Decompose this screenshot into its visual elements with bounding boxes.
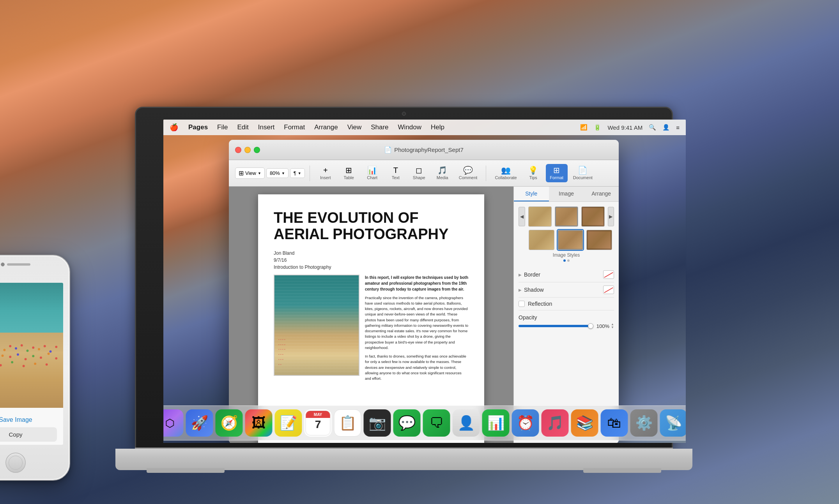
opacity-down-icon[interactable]: ▼: [611, 326, 614, 329]
macbook-foot-left: [147, 468, 225, 473]
dock-siri-icon[interactable]: ⬡: [163, 409, 184, 437]
toolbar-text-button[interactable]: T Text: [385, 164, 407, 182]
toolbar-collaborate-button[interactable]: 👥 Collaborate: [491, 164, 520, 182]
search-icon[interactable]: 🔍: [649, 124, 656, 131]
window-close-button[interactable]: [235, 147, 241, 153]
toolbar-insert-button[interactable]: + Insert: [315, 164, 336, 182]
menu-share[interactable]: Share: [367, 123, 392, 132]
window-minimize-button[interactable]: [244, 147, 251, 153]
insert-icon: +: [323, 166, 328, 174]
user-icon[interactable]: 👤: [662, 124, 670, 131]
toolbar-paragraph-dropdown[interactable]: ¶ ▼: [290, 168, 305, 178]
shadow-color-swatch[interactable]: [603, 285, 614, 294]
dock-wechat-icon[interactable]: 🗨: [423, 409, 450, 437]
format-panel-tabs: Style Image Arrange: [514, 187, 619, 202]
format-tab-image[interactable]: Image: [549, 187, 584, 201]
menu-help[interactable]: Help: [427, 123, 448, 132]
toolbar-table-button[interactable]: ⊞ Table: [338, 164, 360, 182]
shadow-row[interactable]: ▶ Shadow: [519, 282, 614, 298]
image-style-5[interactable]: [558, 230, 583, 250]
menu-edit[interactable]: Edit: [234, 123, 253, 132]
reflection-checkbox[interactable]: [519, 301, 525, 307]
document-canvas[interactable]: THE EVOLUTION OF AERIAL PHOTOGRAPHY Jon …: [229, 187, 513, 443]
table-icon: ⊞: [345, 166, 352, 174]
image-style-3[interactable]: [581, 206, 605, 227]
macbook-base: [115, 449, 692, 470]
dock-timemachine-icon[interactable]: ⏰: [512, 409, 539, 437]
dock-airdrop-icon[interactable]: 📡: [660, 409, 686, 437]
toolbar-zoom-dropdown[interactable]: 80% ▼: [266, 168, 289, 178]
image-style-2[interactable]: [555, 206, 578, 227]
toolbar-format-button[interactable]: ⊞ Format: [546, 164, 568, 182]
svg-point-10: [32, 347, 34, 349]
dock-numbers-icon[interactable]: 📊: [482, 409, 510, 437]
toolbar-comment-button[interactable]: 💬 Comment: [455, 164, 481, 182]
dock-messages-icon[interactable]: 💬: [393, 409, 421, 437]
dock-system-prefs-icon[interactable]: ⚙️: [630, 409, 658, 437]
border-color-swatch[interactable]: [603, 270, 614, 279]
toolbar-media-button[interactable]: 🎵 Media: [432, 164, 453, 182]
dock-itunes-icon[interactable]: 🎵: [542, 409, 569, 437]
image-styles-prev-button[interactable]: ◀: [519, 207, 525, 226]
menu-file[interactable]: File: [213, 123, 232, 132]
iphone-home-button[interactable]: [5, 453, 26, 473]
doc-para-2: Practically since the invention of the c…: [365, 295, 469, 351]
image-style-4[interactable]: [529, 230, 554, 250]
iphone-aerial-image: [0, 283, 63, 408]
image-styles-next-button[interactable]: ▶: [608, 207, 614, 226]
apple-menu[interactable]: 🍎: [170, 123, 178, 132]
dock-notes-icon[interactable]: 📝: [275, 409, 302, 437]
menu-pages[interactable]: Pages: [184, 123, 212, 132]
toolbar-view-dropdown[interactable]: ⊞ View ▼: [235, 167, 265, 179]
svg-point-12: [44, 345, 46, 347]
dock-ibooks-icon[interactable]: 📚: [571, 409, 598, 437]
svg-point-24: [40, 357, 42, 359]
copy-button[interactable]: Copy: [0, 427, 57, 442]
macbook-screen: 🍎 Pages File Edit Insert Format Arrange …: [163, 120, 686, 443]
image-style-6[interactable]: [586, 230, 612, 250]
menu-format[interactable]: Format: [280, 123, 309, 132]
border-row[interactable]: ▶ Border: [519, 267, 614, 282]
svg-point-32: [34, 363, 36, 365]
opacity-thumb: [588, 323, 593, 329]
format-tab-style[interactable]: Style: [514, 187, 549, 201]
menu-insert[interactable]: Insert: [254, 123, 279, 132]
dock-facetime-icon[interactable]: 📷: [364, 409, 391, 437]
toolbar-tips-button[interactable]: 💡 Tips: [522, 164, 544, 182]
toolbar-document-button[interactable]: 📄 Document: [569, 164, 597, 182]
toolbar-shape-button[interactable]: ◻ Shape: [408, 164, 430, 182]
chart-icon: 📊: [367, 166, 377, 174]
dock-reminders-icon[interactable]: 📋: [334, 409, 361, 437]
doc-aerial-image[interactable]: [274, 275, 359, 376]
toolbar-sep-1: [310, 166, 310, 181]
menu-window[interactable]: Window: [394, 123, 425, 132]
opacity-label: Opacity: [519, 314, 614, 321]
window-titlebar: 📄 PhotographyReport_Sept7: [229, 140, 619, 160]
dock-safari-icon[interactable]: 🧭: [216, 409, 243, 437]
image-style-1[interactable]: [528, 206, 552, 227]
doc-para-3: In fact, thanks to drones, something tha…: [365, 354, 469, 381]
dock-appstore-icon[interactable]: 🛍: [601, 409, 628, 437]
clock: Wed 9:41 AM: [607, 124, 643, 131]
opacity-slider[interactable]: [519, 325, 591, 327]
window-maximize-button[interactable]: [254, 147, 260, 153]
menubar-right: 📶 🔋 Wed 9:41 AM 🔍 👤 ≡: [580, 124, 680, 131]
toolbar-chart-button[interactable]: 📊 Chart: [361, 164, 383, 182]
format-tab-arrange[interactable]: Arrange: [584, 187, 619, 201]
menu-view[interactable]: View: [343, 123, 366, 132]
dock-contacts-icon[interactable]: 👤: [453, 409, 480, 437]
dock: 🔵 ⬡ 🚀 🧭 🖼 📝 MAY 7 📋 📷: [163, 405, 686, 441]
list-icon[interactable]: ≡: [676, 124, 680, 131]
format-panel: Style Image Arrange: [513, 187, 619, 443]
save-image-button[interactable]: Save Image: [0, 412, 57, 427]
opacity-spinner[interactable]: ▲ ▼: [611, 323, 614, 329]
svg-point-23: [32, 355, 34, 358]
dock-photos-ext-icon[interactable]: 🖼: [245, 409, 273, 437]
dock-calendar-icon[interactable]: MAY 7: [304, 409, 332, 437]
svg-point-8: [21, 344, 23, 347]
reflection-row[interactable]: Reflection: [519, 298, 614, 310]
menu-arrange[interactable]: Arrange: [310, 123, 342, 132]
dock-launchpad-icon[interactable]: 🚀: [186, 409, 213, 437]
svg-point-5: [4, 349, 6, 351]
doc-date: 9/7/16: [274, 257, 469, 263]
